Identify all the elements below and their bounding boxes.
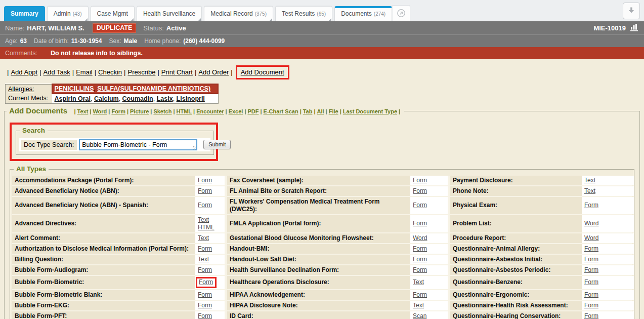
doc-link-html[interactable]: HTML — [198, 224, 214, 231]
tab-case-mgmt[interactable]: Case Mgmt — [91, 6, 135, 21]
doc-link-form[interactable]: Form — [584, 266, 598, 274]
allergies-link[interactable]: Allergies: — [8, 86, 34, 93]
quick-link-add-document[interactable]: Add Document — [241, 68, 284, 76]
tab-label: Summary — [11, 10, 38, 17]
doc-type-link-all[interactable]: All — [317, 108, 324, 114]
allergy-link[interactable]: PENICILLINS — [55, 85, 94, 92]
doc-link-form[interactable]: Form — [584, 245, 598, 253]
doc-link-word[interactable]: Word — [413, 234, 427, 242]
doc-link-form[interactable]: Form — [413, 266, 427, 274]
doc-link-form[interactable]: Form — [198, 266, 212, 274]
doc-type-label: Questionnaire-Asbestos Initial: — [450, 255, 582, 264]
tab-count: (375) — [255, 11, 267, 17]
doc-link-form[interactable]: Form — [413, 291, 427, 299]
doc-type-label: Fax Coversheet (sample): — [227, 176, 410, 185]
collapse-header-button[interactable] — [623, 3, 640, 19]
doc-link-form[interactable]: Form — [198, 202, 212, 209]
quick-link-email[interactable]: Email — [76, 68, 93, 76]
doc-link-text[interactable]: Text — [198, 256, 209, 263]
doc-type-label: Payment Disclosure: — [450, 176, 582, 185]
doc-type-link-sketch[interactable]: Sketch — [153, 108, 171, 114]
doc-link-form[interactable]: Form — [198, 245, 212, 253]
doc-link-form[interactable]: Form — [198, 291, 212, 299]
doc-type-link-last-document-type[interactable]: Last Document Type — [343, 108, 397, 114]
doc-link-text[interactable]: Text — [198, 234, 209, 242]
doc-link-form[interactable]: Form — [584, 291, 598, 299]
allergy-values: PENICILLINS, SULFA(SULFONAMIDE ANTIBIOTI… — [52, 84, 219, 94]
doc-type-link-cell: Form — [582, 265, 634, 275]
tab-admin[interactable]: Admin(43) — [47, 6, 89, 21]
quick-link-add-order[interactable]: Add Order — [198, 68, 229, 76]
doc-link-text[interactable]: Text — [584, 187, 595, 195]
doc-link-form[interactable]: Form — [413, 177, 427, 184]
doc-type-link-tab[interactable]: Tab — [303, 108, 313, 114]
tab-bar: SummaryAdmin(43)Case MgmtHealth Surveill… — [0, 0, 644, 21]
allergy-link[interactable]: SULFA(SULFONAMIDE ANTIBIOTICS) — [97, 85, 210, 92]
tab-summary[interactable]: Summary — [4, 6, 45, 21]
patient-header-bar: Name: HART, WILLIAM S. DUPLICATE Status:… — [0, 21, 644, 34]
doc-type-link-cell: Text — [410, 301, 448, 310]
doc-type-link-text[interactable]: Text — [77, 108, 89, 114]
doc-type-link-cell: Word — [582, 215, 634, 232]
doc-type-label: Bubble Form-Biometric Blank: — [12, 290, 195, 300]
demographic-value: 11-30-1954 — [71, 37, 102, 45]
doc-link-form[interactable]: Form — [198, 312, 212, 319]
open-chart-external-button[interactable] — [392, 5, 410, 21]
tab-documents[interactable]: Documents(274) — [334, 6, 392, 21]
doc-link-form[interactable]: Form — [584, 202, 598, 209]
doc-link-text[interactable]: Text — [413, 278, 424, 286]
doc-link-form[interactable]: Form — [413, 220, 427, 227]
doc-link-form[interactable]: Form — [413, 202, 427, 209]
tab-test-results[interactable]: Test Results(65) — [275, 6, 332, 21]
doc-link-form[interactable]: Form — [584, 302, 598, 309]
doc-type-link-cell: Text — [195, 233, 225, 243]
doc-type-link-excel[interactable]: Excel — [229, 108, 243, 114]
quick-link-print-chart[interactable]: Print Chart — [161, 68, 193, 76]
doc-type-link-file[interactable]: File — [329, 108, 338, 114]
bar-chart-icon[interactable] — [630, 23, 639, 33]
doc-type-link-word[interactable]: Word — [93, 108, 107, 114]
current-meds-link[interactable]: Current Meds: — [8, 95, 48, 102]
doc-type-link-e-chart-scan[interactable]: E-Chart Scan — [264, 108, 298, 114]
doc-link-word[interactable]: Word — [584, 220, 598, 227]
doc-type-link-cell: Form — [410, 176, 448, 185]
external-link-icon — [396, 8, 406, 18]
doc-link-form[interactable]: Form — [413, 256, 427, 263]
quick-link-checkin[interactable]: Checkin — [98, 68, 122, 76]
doc-link-form[interactable]: Form — [198, 177, 212, 184]
doc-type-link-pdf[interactable]: PDF — [247, 108, 259, 114]
medication-link[interactable]: Aspirin Oral — [55, 95, 91, 102]
doc-link-text[interactable]: Text — [584, 177, 595, 184]
doc-type-link-cell: Form — [195, 176, 225, 185]
doc-link-form[interactable]: Form — [584, 256, 598, 263]
tab-medical-record[interactable]: Medical Record(375) — [204, 6, 273, 21]
doc-link-form[interactable]: Form — [413, 245, 427, 253]
doc-type-link-html[interactable]: HTML — [177, 108, 192, 114]
doc-type-label: Bubble Form-PFT: — [12, 311, 195, 319]
doc-type-link-form[interactable]: Form — [111, 108, 125, 114]
doc-link-text[interactable]: Text — [198, 216, 209, 224]
quick-link-add-task[interactable]: Add Task — [44, 68, 70, 76]
tab-health-surveillance[interactable]: Health Surveillance — [137, 6, 202, 21]
doc-type-link-cell: Form — [410, 244, 448, 254]
submit-button[interactable]: Submit — [203, 140, 231, 149]
medication-link[interactable]: Lasix — [157, 95, 173, 102]
quick-link-prescribe[interactable]: Prescribe — [127, 68, 155, 76]
doc-type-link-picture[interactable]: Picture — [130, 108, 149, 114]
doc-type-search-input[interactable] — [79, 139, 197, 150]
quick-link-add-appt[interactable]: Add Appt — [11, 68, 37, 76]
doc-link-form[interactable]: Form — [413, 187, 427, 195]
medication-link[interactable]: Lisinopril — [177, 95, 205, 102]
doc-link-form[interactable]: Form — [584, 312, 598, 319]
doc-link-form[interactable]: Form — [198, 187, 212, 195]
doc-link-word[interactable]: Word — [584, 234, 598, 242]
doc-link-scan[interactable]: Scan — [413, 312, 426, 319]
medication-link[interactable]: Coumadin — [122, 95, 153, 102]
doc-link-text[interactable]: Text — [413, 302, 424, 309]
tab-strip: SummaryAdmin(43)Case MgmtHealth Surveill… — [4, 5, 410, 21]
doc-type-link-encounter[interactable]: Encounter — [196, 108, 224, 114]
doc-link-form[interactable]: Form — [199, 278, 213, 286]
medication-link[interactable]: Calcium — [94, 95, 119, 102]
doc-link-form[interactable]: Form — [584, 278, 598, 286]
doc-link-form[interactable]: Form — [198, 302, 212, 309]
